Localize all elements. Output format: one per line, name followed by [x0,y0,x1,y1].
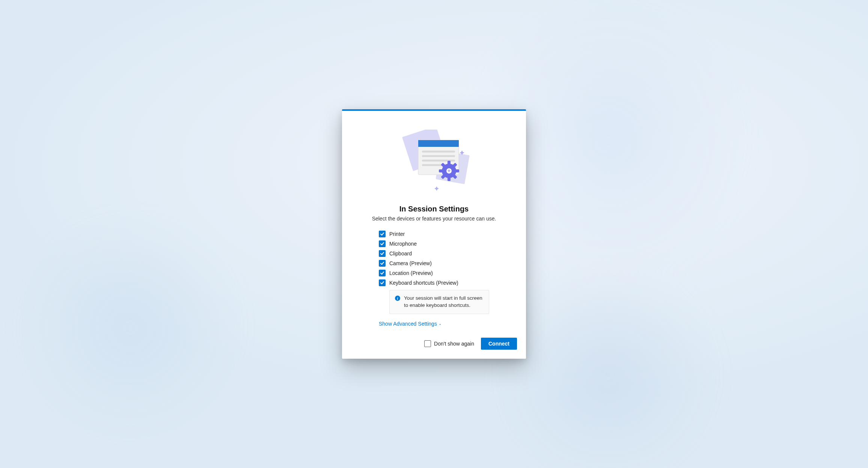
option-location: Location (Preview) [379,270,489,276]
checkbox-clipboard[interactable] [379,250,386,257]
options-list: Printer Microphone Clipboard Camera (Pre… [342,231,526,314]
chevron-down-icon: ⌄ [439,322,442,326]
settings-illustration [342,111,526,205]
checkbox-keyboard-shortcuts[interactable] [379,279,386,286]
dont-show-again[interactable]: Don't show again [424,340,474,347]
dialog-subtitle: Select the devices or features your reso… [342,216,526,222]
show-advanced-settings-link[interactable]: Show Advanced Settings ⌄ [342,321,478,327]
option-printer: Printer [379,231,489,237]
info-message: Your session will start in full screen t… [404,295,484,309]
option-label: Location (Preview) [389,270,433,276]
checkbox-microphone[interactable] [379,240,386,247]
option-clipboard: Clipboard [379,250,489,257]
session-settings-dialog: In Session Settings Select the devices o… [342,109,526,359]
option-label: Microphone [389,241,417,247]
option-camera: Camera (Preview) [379,260,489,267]
option-microphone: Microphone [379,240,489,247]
dialog-footer: Don't show again Connect [342,327,526,350]
info-icon: i [395,296,400,301]
dont-show-again-label: Don't show again [434,341,474,347]
svg-rect-5 [422,155,455,157]
checkbox-location[interactable] [379,270,386,276]
option-label: Keyboard shortcuts (Preview) [389,280,458,286]
advanced-link-label: Show Advanced Settings [379,321,437,327]
dialog-title: In Session Settings [342,205,526,213]
svg-rect-4 [422,151,455,152]
option-label: Printer [389,231,405,237]
option-keyboard-shortcuts: Keyboard shortcuts (Preview) [379,279,489,286]
checkbox-camera[interactable] [379,260,386,267]
checkbox-dont-show-again[interactable] [424,340,431,347]
svg-rect-3 [418,140,459,147]
option-label: Camera (Preview) [389,260,432,266]
option-label: Clipboard [389,251,412,257]
checkbox-printer[interactable] [379,231,386,237]
connect-button[interactable]: Connect [481,338,517,350]
info-box: i Your session will start in full screen… [389,290,489,314]
